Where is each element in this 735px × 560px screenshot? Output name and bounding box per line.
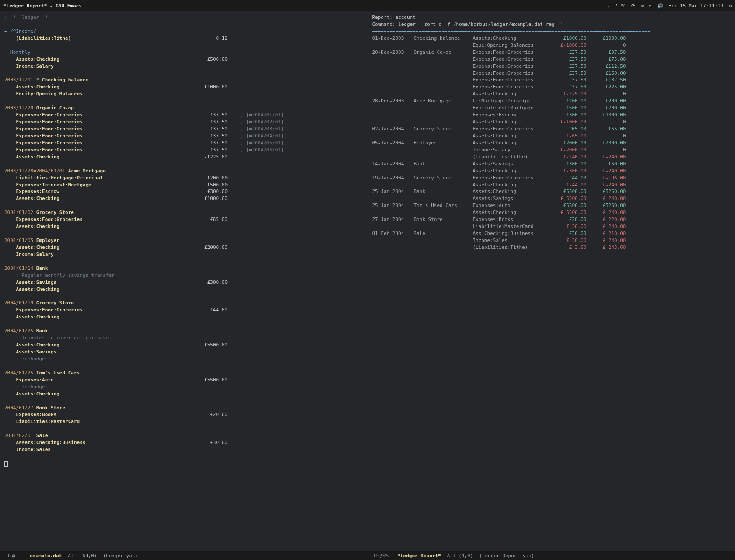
window-title: *Ledger Report* - GNU Emacs — [4, 3, 606, 9]
report-row: 14-Jan-2004BankAssets:Savings£300.00£60.… — [372, 161, 731, 168]
posting-line: Assets:Checking — [4, 223, 363, 230]
report-row: 01-Feb-2004SaleAss:Checking:Business£30.… — [372, 230, 731, 237]
mail-icon[interactable]: ✉ — [640, 3, 644, 9]
posting-line: Assets:Checking£1000.00 — [4, 84, 363, 91]
posting-line: Expenses:Food:Groceries£37.50 ; [=2004/0… — [4, 133, 363, 140]
topbar-tray: ☁ 7 °C ⟳ ✉ ⇅ 🔊 Fri 15 Mar 17:11:19 ⚙ — [606, 3, 732, 9]
periodic-posting: Assets:Checking£500.00 — [4, 56, 363, 63]
tx-header: 2004/01/27 Book Store — [4, 405, 363, 412]
tx-header: 2004/01/25 Tom's Used Cars — [4, 370, 363, 377]
report-row: Liabilitie:MasterCard£-20.00£-240.00 — [372, 223, 731, 230]
posting-line: Expenses:Food:Groceries£37.50 ; [=2004/0… — [4, 140, 363, 147]
tx-header: 2004/02/01 Sale — [4, 432, 363, 439]
report-row: 19-Jan-2004Grocery StoreExpens:Food:Groc… — [372, 175, 731, 182]
report-row: 28-Dec-2003Acme MortgageLi:Mortgage:Prin… — [372, 98, 731, 105]
tx-comment: ; Transfer to cover car purchase — [4, 335, 363, 342]
report-row: 01-Dec-2003Checking balanceAssets:Checki… — [372, 35, 731, 42]
report-row: 20-Dec-2003Organic Co-opExpens:Food:Groc… — [372, 49, 731, 56]
tx-header: 2004/01/19 Grocery Store — [4, 300, 363, 307]
posting-line: Assets:Checking-£1000.00 — [4, 195, 363, 202]
tx-header: 2003/12/28=2004/01/01 Acme Mortgage — [4, 168, 363, 175]
modeline-prefix: -U:@%%- — [371, 553, 391, 559]
report-row: Income:Sales£-30.00£-240.00 — [372, 237, 731, 244]
modeline-buffer: example.dat — [30, 553, 62, 559]
report-command: Command: ledger --sort d -f /home/borbus… — [372, 21, 731, 28]
report-row: Assets:Checking£-44.00£-240.00 — [372, 182, 731, 189]
posting-line: Expenses:Auto£5500.00 — [4, 377, 363, 384]
posting-line: Assets:Checking£5500.00 — [4, 342, 363, 349]
report-row: (Liabilities:Tithe)£-3.60£-243.60 — [372, 244, 731, 251]
posting-line: Expenses:Food:Groceries£37.50 ; [=2004/0… — [4, 119, 363, 126]
network-icon[interactable]: ⇅ — [649, 3, 652, 9]
clock-text: Fri 15 Mar 17:11:19 — [668, 3, 724, 9]
posting-line: Expenses:Food:Groceries£37.50 ; [=2004/0… — [4, 112, 363, 119]
report-row: Equi:Opening Balances£-1000.000 — [372, 42, 731, 49]
refresh-icon[interactable]: ⟳ — [631, 3, 635, 9]
posting-line: Expenses:Food:Groceries£37.50 ; [=2004/0… — [4, 126, 363, 133]
posting-line: Liabilities:Mortgage:Principal£200.00 — [4, 175, 363, 182]
posting-line: Equity:Opening Balances — [4, 91, 363, 98]
posting-line: Liabilities:MasterCard — [4, 418, 363, 425]
weather-text: 7 °C — [615, 3, 626, 9]
tx-header: 2003/12/20 Organic Co-op — [4, 105, 363, 112]
posting-line: Assets:Checking:Business£30.00 — [4, 439, 363, 446]
report-row: Assets:Checking£-65.000 — [372, 133, 731, 140]
modeline-prefix: -U:@--- — [4, 553, 24, 559]
modeline-buffer: *Ledger Report* — [397, 553, 441, 559]
posting-line: Expenses:Interest:Mortgage£500.00 — [4, 182, 363, 189]
tx-comment: ; :nobudget: — [4, 384, 363, 391]
tx-header: 2003/12/01 * Checking balance — [4, 77, 363, 84]
report-row: Assets:Savings£-5500.00£-240.00 — [372, 195, 731, 202]
report-row: Assets:Checking£-5500.00£-240.00 — [372, 209, 731, 216]
report-row: Exp:Interest:Mortgage£500.00£700.00 — [372, 105, 731, 112]
posting-line: Income:Sales — [4, 446, 363, 453]
ledger-report-buffer[interactable]: Report: accountCommand: ledger --sort d … — [368, 11, 735, 551]
settings-icon[interactable]: ⚙ — [728, 3, 732, 9]
posting-line: Assets:Checking — [4, 391, 363, 398]
point-cursor — [4, 461, 8, 467]
report-row: Expens:Food:Groceries£37.50£112.50 — [372, 63, 731, 70]
report-row: (Liabilities:Tithe)£-240.00£-240.00 — [372, 154, 731, 161]
report-row: Assets:Checking£-300.00£-240.00 — [372, 168, 731, 175]
modeline-dashes: ----------------------------------------… — [144, 550, 364, 560]
posting-line: Assets:Savings — [4, 349, 363, 356]
modeline-right: -U:@%%- *Ledger Report* All (4,0) (Ledge… — [368, 550, 735, 560]
report-row: Expens:Food:Groceries£37.50£75.00 — [372, 56, 731, 63]
modeline-mode: (Ledger yas) — [103, 553, 137, 559]
report-row: Expenses:Escrow£300.00£1000.00 — [372, 112, 731, 119]
volume-icon[interactable]: 🔊 — [657, 3, 663, 9]
weather-icon: ☁ — [606, 3, 609, 9]
automatic-posting: (Liabilities:Tithe)0.12 — [4, 35, 363, 42]
modeline: -U:@--- example.dat All (64,0) (Ledger y… — [0, 551, 735, 560]
posting-line: Expenses:Food:Groceries£44.00 — [4, 307, 363, 314]
report-row: Expens:Food:Groceries£37.50£187.50 — [372, 77, 731, 84]
report-label: Report: account — [372, 14, 731, 21]
posting-line: Expenses:Food:Groceries£65.00 — [4, 216, 363, 223]
posting-line: Assets:Checking — [4, 286, 363, 293]
periodic-posting: Income:Salary — [4, 63, 363, 70]
ledger-source-buffer[interactable]: ; -*- ledger -*- = /^Income/ (Liabilitie… — [0, 11, 368, 551]
modeline-left: -U:@--- example.dat All (64,0) (Ledger y… — [0, 550, 368, 560]
modeline-dashes: ----------------------------------------… — [540, 550, 732, 560]
posting-line: Expenses:Food:Groceries£37.50 ; [=2004/0… — [4, 147, 363, 154]
posting-line: Expenses:Escrow£300.00 — [4, 188, 363, 195]
report-row: Income:Salary£-2000.000 — [372, 147, 731, 154]
posting-line: Expenses:Books£20.00 — [4, 411, 363, 418]
tx-header: 2004/01/02 Grocery Store — [4, 209, 363, 216]
report-row: 05-Jan-2004EmployerAssets:Checking£2000.… — [372, 140, 731, 147]
modeline-position: All (64,0) — [68, 553, 97, 559]
report-row: Expens:Food:Groceries£37.50£225.00 — [372, 84, 731, 91]
report-row: Assets:Checking£-1000.000 — [372, 119, 731, 126]
tx-comment: ; :nobudget: — [4, 356, 363, 363]
report-row: 02-Jan-2004Grocery StoreExpens:Food:Groc… — [372, 126, 731, 133]
posting-line: Assets:Checking — [4, 314, 363, 321]
report-row: 25-Jan-2004Tom's Used CarsExpenses:Auto£… — [372, 202, 731, 209]
report-divider: ========================================… — [372, 28, 731, 35]
automatic-tx-header: = /^Income/ — [4, 28, 36, 34]
report-row: Assets:Checking£-225.000 — [372, 91, 731, 98]
report-row: Expens:Food:Groceries£37.50£150.00 — [372, 70, 731, 77]
desktop-topbar: *Ledger Report* - GNU Emacs ☁ 7 °C ⟳ ✉ ⇅… — [0, 0, 735, 11]
modeline-mode: (Ledger Report yas) — [479, 553, 534, 559]
emacs-frame: ; -*- ledger -*- = /^Income/ (Liabilitie… — [0, 11, 735, 551]
tx-header: 2004/01/25 Bank — [4, 328, 363, 335]
